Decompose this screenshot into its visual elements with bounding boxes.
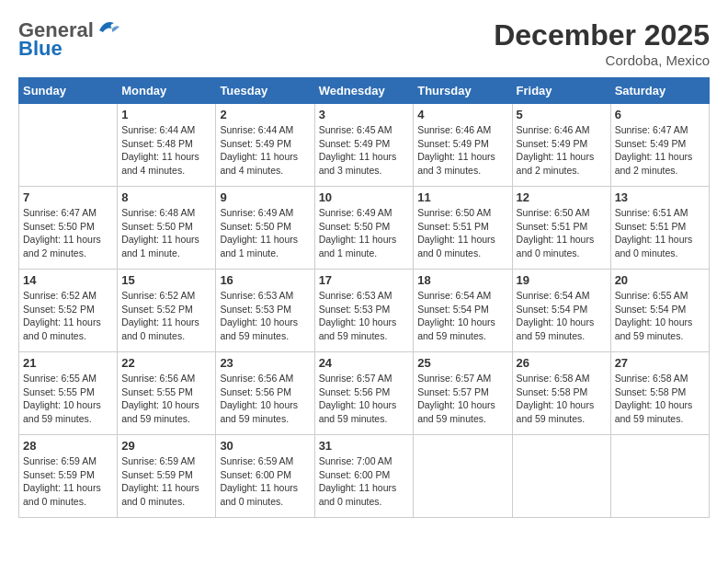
calendar-cell: 9Sunrise: 6:49 AMSunset: 5:50 PMDaylight…	[216, 187, 314, 270]
logo-blue: Blue	[18, 37, 63, 61]
day-number: 27	[615, 356, 705, 370]
day-info: Sunrise: 6:57 AMSunset: 5:56 PMDaylight:…	[319, 372, 410, 426]
day-info: Sunrise: 6:47 AMSunset: 5:50 PMDaylight:…	[23, 206, 113, 260]
day-info: Sunrise: 6:57 AMSunset: 5:57 PMDaylight:…	[417, 372, 507, 426]
day-number: 6	[615, 108, 705, 121]
day-number: 1	[121, 108, 211, 121]
day-info: Sunrise: 6:50 AMSunset: 5:51 PMDaylight:…	[517, 206, 607, 260]
day-number: 9	[220, 190, 310, 204]
day-info: Sunrise: 6:44 AMSunset: 5:49 PMDaylight:…	[220, 123, 310, 178]
weekday-header-saturday: Saturday	[610, 78, 709, 104]
calendar-cell: 12Sunrise: 6:50 AMSunset: 5:51 PMDayligh…	[512, 187, 610, 270]
logo-bird-icon	[96, 17, 121, 38]
weekday-header-sunday: Sunday	[19, 78, 118, 104]
weekday-header-friday: Friday	[512, 78, 610, 104]
calendar-cell: 6Sunrise: 6:47 AMSunset: 5:49 PMDaylight…	[610, 104, 709, 187]
day-info: Sunrise: 6:54 AMSunset: 5:54 PMDaylight:…	[517, 289, 607, 343]
day-info: Sunrise: 6:54 AMSunset: 5:54 PMDaylight:…	[417, 289, 507, 343]
day-info: Sunrise: 6:58 AMSunset: 5:58 PMDaylight:…	[615, 372, 705, 426]
calendar-cell: 13Sunrise: 6:51 AMSunset: 5:51 PMDayligh…	[610, 187, 709, 270]
day-number: 31	[319, 439, 410, 453]
day-info: Sunrise: 6:51 AMSunset: 5:51 PMDaylight:…	[615, 206, 705, 260]
calendar-cell: 10Sunrise: 6:49 AMSunset: 5:50 PMDayligh…	[314, 187, 414, 270]
calendar-week-row-3: 14Sunrise: 6:52 AMSunset: 5:52 PMDayligh…	[19, 270, 710, 352]
calendar-cell: 27Sunrise: 6:58 AMSunset: 5:58 PMDayligh…	[610, 352, 709, 435]
day-info: Sunrise: 6:49 AMSunset: 5:50 PMDaylight:…	[220, 206, 310, 260]
calendar-cell: 23Sunrise: 6:56 AMSunset: 5:56 PMDayligh…	[216, 352, 314, 435]
day-info: Sunrise: 6:49 AMSunset: 5:50 PMDaylight:…	[319, 206, 410, 260]
day-number: 20	[615, 273, 705, 287]
day-info: Sunrise: 6:52 AMSunset: 5:52 PMDaylight:…	[121, 289, 211, 343]
day-info: Sunrise: 6:46 AMSunset: 5:49 PMDaylight:…	[517, 123, 607, 178]
day-number: 7	[23, 190, 113, 204]
calendar-cell: 18Sunrise: 6:54 AMSunset: 5:54 PMDayligh…	[414, 270, 512, 352]
location: Cordoba, Mexico	[494, 52, 710, 68]
day-number: 28	[23, 439, 113, 453]
day-info: Sunrise: 6:56 AMSunset: 5:56 PMDaylight:…	[220, 372, 310, 426]
calendar-cell: 8Sunrise: 6:48 AMSunset: 5:50 PMDaylight…	[118, 187, 216, 270]
day-info: Sunrise: 6:55 AMSunset: 5:55 PMDaylight:…	[23, 372, 113, 426]
weekday-header-tuesday: Tuesday	[216, 78, 314, 104]
calendar-cell: 11Sunrise: 6:50 AMSunset: 5:51 PMDayligh…	[414, 187, 512, 270]
day-info: Sunrise: 6:59 AMSunset: 6:00 PMDaylight:…	[220, 454, 310, 509]
day-info: Sunrise: 6:59 AMSunset: 5:59 PMDaylight:…	[23, 454, 113, 509]
calendar-cell: 22Sunrise: 6:56 AMSunset: 5:55 PMDayligh…	[118, 352, 216, 435]
day-number: 26	[517, 356, 607, 370]
month-title: December 2025	[494, 18, 710, 52]
day-number: 29	[121, 439, 211, 453]
day-number: 25	[417, 356, 507, 370]
logo: General Blue	[18, 18, 121, 61]
calendar-cell: 7Sunrise: 6:47 AMSunset: 5:50 PMDaylight…	[19, 187, 118, 270]
day-number: 17	[319, 273, 410, 287]
calendar-cell	[610, 435, 709, 518]
calendar-cell: 4Sunrise: 6:46 AMSunset: 5:49 PMDaylight…	[414, 104, 512, 187]
calendar-cell: 29Sunrise: 6:59 AMSunset: 5:59 PMDayligh…	[118, 435, 216, 518]
day-info: Sunrise: 7:00 AMSunset: 6:00 PMDaylight:…	[319, 454, 410, 509]
day-info: Sunrise: 6:56 AMSunset: 5:55 PMDaylight:…	[121, 372, 211, 426]
calendar-cell	[19, 104, 118, 187]
calendar-table: SundayMondayTuesdayWednesdayThursdayFrid…	[18, 77, 710, 518]
calendar-cell: 17Sunrise: 6:53 AMSunset: 5:53 PMDayligh…	[314, 270, 414, 352]
day-number: 2	[220, 108, 310, 121]
calendar-cell: 1Sunrise: 6:44 AMSunset: 5:48 PMDaylight…	[118, 104, 216, 187]
day-number: 14	[23, 273, 113, 287]
day-info: Sunrise: 6:53 AMSunset: 5:53 PMDaylight:…	[319, 289, 410, 343]
weekday-header-wednesday: Wednesday	[314, 78, 414, 104]
day-number: 5	[517, 108, 607, 121]
calendar-week-row-1: 1Sunrise: 6:44 AMSunset: 5:48 PMDaylight…	[19, 104, 710, 187]
day-info: Sunrise: 6:50 AMSunset: 5:51 PMDaylight:…	[417, 206, 507, 260]
day-number: 19	[517, 273, 607, 287]
day-info: Sunrise: 6:53 AMSunset: 5:53 PMDaylight:…	[220, 289, 310, 343]
day-number: 23	[220, 356, 310, 370]
calendar-cell: 30Sunrise: 6:59 AMSunset: 6:00 PMDayligh…	[216, 435, 314, 518]
weekday-header-thursday: Thursday	[414, 78, 512, 104]
calendar-cell	[512, 435, 610, 518]
day-info: Sunrise: 6:58 AMSunset: 5:58 PMDaylight:…	[517, 372, 607, 426]
calendar-cell: 5Sunrise: 6:46 AMSunset: 5:49 PMDaylight…	[512, 104, 610, 187]
day-info: Sunrise: 6:44 AMSunset: 5:48 PMDaylight:…	[121, 123, 211, 178]
calendar-cell: 15Sunrise: 6:52 AMSunset: 5:52 PMDayligh…	[118, 270, 216, 352]
day-info: Sunrise: 6:55 AMSunset: 5:54 PMDaylight:…	[615, 289, 705, 343]
title-block: December 2025 Cordoba, Mexico	[494, 18, 710, 68]
day-number: 18	[417, 273, 507, 287]
weekday-header-row: SundayMondayTuesdayWednesdayThursdayFrid…	[19, 78, 710, 104]
page-header: General Blue December 2025 Cordoba, Mexi…	[18, 18, 710, 68]
calendar-cell: 24Sunrise: 6:57 AMSunset: 5:56 PMDayligh…	[314, 352, 414, 435]
weekday-header-monday: Monday	[118, 78, 216, 104]
calendar-cell	[414, 435, 512, 518]
calendar-week-row-2: 7Sunrise: 6:47 AMSunset: 5:50 PMDaylight…	[19, 187, 710, 270]
calendar-cell: 14Sunrise: 6:52 AMSunset: 5:52 PMDayligh…	[19, 270, 118, 352]
day-number: 22	[121, 356, 211, 370]
calendar-cell: 28Sunrise: 6:59 AMSunset: 5:59 PMDayligh…	[19, 435, 118, 518]
day-info: Sunrise: 6:46 AMSunset: 5:49 PMDaylight:…	[417, 123, 507, 178]
day-info: Sunrise: 6:45 AMSunset: 5:49 PMDaylight:…	[319, 123, 410, 178]
day-info: Sunrise: 6:59 AMSunset: 5:59 PMDaylight:…	[121, 454, 211, 509]
calendar-cell: 31Sunrise: 7:00 AMSunset: 6:00 PMDayligh…	[314, 435, 414, 518]
day-number: 15	[121, 273, 211, 287]
calendar-cell: 25Sunrise: 6:57 AMSunset: 5:57 PMDayligh…	[414, 352, 512, 435]
day-number: 4	[417, 108, 507, 121]
day-number: 13	[615, 190, 705, 204]
day-number: 10	[319, 190, 410, 204]
calendar-cell: 3Sunrise: 6:45 AMSunset: 5:49 PMDaylight…	[314, 104, 414, 187]
day-info: Sunrise: 6:52 AMSunset: 5:52 PMDaylight:…	[23, 289, 113, 343]
